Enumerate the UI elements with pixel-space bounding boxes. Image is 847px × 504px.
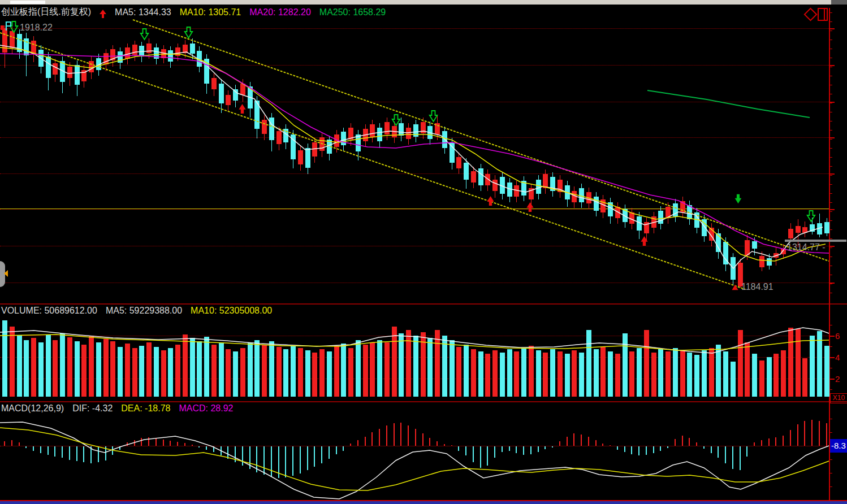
main-axis-tick xyxy=(830,246,835,247)
macd-value: MACD: 28.92 xyxy=(179,403,233,414)
main-axis-minor-tick xyxy=(830,85,832,85)
main-axis-minor-tick xyxy=(830,112,832,112)
main-axis-minor-tick xyxy=(830,284,832,284)
cyan-flag-icon xyxy=(5,21,12,31)
volume-header: VOLUME: 50689612.00 MA5: 59229388.00 MA1… xyxy=(1,306,272,316)
main-axis-minor-tick xyxy=(830,21,832,22)
main-axis-minor-tick xyxy=(830,257,832,257)
flipper-arrow-icon xyxy=(1,270,8,277)
low-price-label: 1184.91 xyxy=(741,282,773,292)
main-axis-minor-tick xyxy=(830,157,832,158)
main-axis-minor-tick xyxy=(830,202,832,203)
volume-axis-minor-tick xyxy=(830,346,832,347)
main-axis-minor-tick xyxy=(830,166,832,167)
main-axis-minor-tick xyxy=(830,148,832,149)
main-axis-minor-tick xyxy=(830,94,832,94)
main-axis-minor-tick xyxy=(830,58,832,58)
macd-title: MACD(12,26,9) xyxy=(1,403,64,414)
volume-axis-minor-tick xyxy=(830,389,832,390)
volume-tick-2: 2 xyxy=(835,374,840,384)
main-axis-minor-tick xyxy=(830,31,832,31)
main-axis-minor-tick xyxy=(830,193,832,194)
main-axis-tick xyxy=(830,173,835,175)
main-axis-minor-tick xyxy=(830,220,832,221)
date-axis-strip[interactable] xyxy=(0,501,847,504)
main-volume-separator xyxy=(0,303,847,305)
main-axis-minor-tick xyxy=(830,247,832,248)
instrument-title: 创业板指(日线.前复权) xyxy=(1,6,91,18)
main-axis-minor-tick xyxy=(830,49,832,49)
volume-axis-tick xyxy=(830,379,835,380)
dif-value: DIF: -4.32 xyxy=(72,403,113,414)
main-axis-minor-tick xyxy=(830,238,832,239)
volume-unit-label: X10 xyxy=(833,394,845,402)
ma10-value: MA10: 1305.71 xyxy=(180,7,241,18)
main-axis-tick xyxy=(830,137,835,138)
main-axis-minor-tick xyxy=(830,121,832,121)
high-price-label: 1918.22 xyxy=(20,23,53,33)
volume-tick-6: 6 xyxy=(835,331,840,341)
main-axis-minor-tick xyxy=(830,229,832,230)
volume-tick-4: 4 xyxy=(835,353,840,362)
main-axis-minor-tick xyxy=(830,293,832,293)
ma5-value: MA5: 1344.33 xyxy=(115,7,171,18)
main-axis-minor-tick xyxy=(830,211,832,212)
main-axis-minor-tick xyxy=(830,130,832,131)
main-axis-minor-tick xyxy=(830,139,832,140)
dea-value: DEA: -18.78 xyxy=(121,403,170,414)
main-chart-header: 创业板指(日线.前复权) MA5: 1344.33 MA10: 1305.71 … xyxy=(1,6,386,18)
last-price-bar xyxy=(785,240,846,242)
main-axis-minor-tick xyxy=(830,12,832,13)
main-axis-minor-tick xyxy=(830,175,832,176)
ma20-value: MA20: 1282.20 xyxy=(249,7,311,18)
volume-axis-minor-tick xyxy=(830,368,832,368)
main-axis-tick xyxy=(830,65,835,66)
main-axis-minor-tick xyxy=(830,275,832,275)
volume-unit-box: X10 xyxy=(830,393,847,403)
ma250-value: MA250: 1658.29 xyxy=(319,7,386,18)
main-axis-minor-tick xyxy=(830,40,832,40)
main-axis-minor-tick xyxy=(830,184,832,185)
macd-axis-minor-tick xyxy=(830,419,832,419)
main-axis-minor-tick xyxy=(830,67,832,67)
sidebar-flipper-tab[interactable] xyxy=(0,261,5,287)
trading-terminal-screen: 创业板指(日线.前复权) MA5: 1344.33 MA10: 1305.71 … xyxy=(0,0,847,504)
volume-axis-minor-tick xyxy=(830,325,832,325)
main-axis-tick xyxy=(830,283,835,284)
right-axis-line xyxy=(829,8,830,501)
main-axis-tick xyxy=(830,102,835,103)
main-axis-minor-tick xyxy=(830,76,832,76)
mini-red-square-icon xyxy=(1,25,4,30)
macd-header: MACD(12,26,9) DIF: -4.32 DEA: -18.78 MAC… xyxy=(1,403,234,414)
macd-axis-minor-tick xyxy=(830,432,832,433)
last-price-label: 1314.77 - xyxy=(787,242,826,253)
volume-value: VOLUME: 50689612.00 xyxy=(1,306,97,316)
volume-axis-tick xyxy=(830,357,835,358)
volume-plot-area[interactable] xyxy=(0,318,829,397)
macd-badge-value: -8.3 xyxy=(831,441,846,450)
macd-axis-minor-tick xyxy=(830,473,832,473)
macd-axis-minor-tick xyxy=(830,459,832,460)
main-axis-tick xyxy=(830,28,835,29)
volume-ma5-value: MA5: 59229388.00 xyxy=(106,306,182,316)
volume-axis-tick xyxy=(830,336,835,337)
volume-macd-separator xyxy=(0,401,847,402)
main-plot-area[interactable] xyxy=(0,5,829,303)
main-axis-tick xyxy=(830,209,835,210)
main-axis-minor-tick xyxy=(830,103,832,103)
split-window-icon[interactable] xyxy=(818,8,828,21)
volume-ma10-value: MA10: 52305008.00 xyxy=(191,306,272,316)
main-axis-minor-tick xyxy=(830,266,832,266)
macd-axis-minor-tick xyxy=(830,486,832,487)
macd-axis-badge: -8.3 xyxy=(830,439,847,453)
macd-plot-area[interactable] xyxy=(0,414,829,500)
trend-up-icon xyxy=(100,6,106,18)
